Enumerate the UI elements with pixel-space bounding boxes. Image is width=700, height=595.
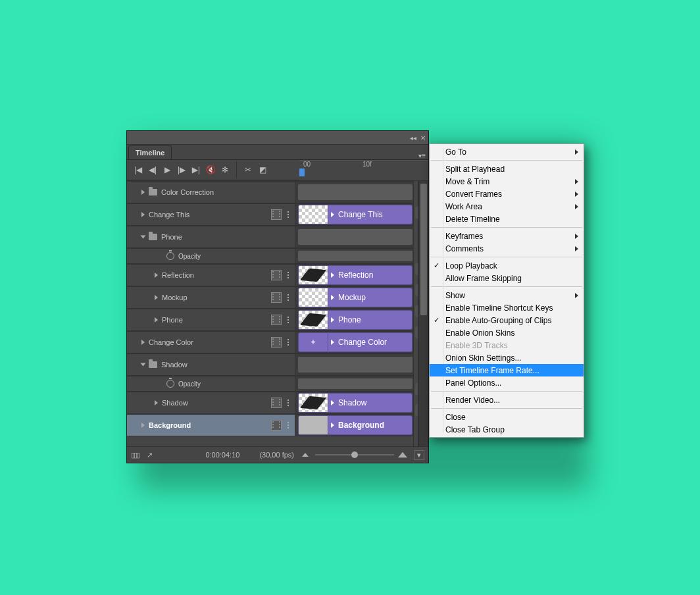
clip-sh[interactable]: Shadow (298, 393, 413, 413)
track-options-icon[interactable] (283, 294, 293, 301)
menu-item-keyframes[interactable]: Keyframes (430, 230, 584, 242)
stopwatch-icon[interactable] (166, 380, 174, 388)
scissors-icon[interactable]: ✂ (241, 163, 255, 177)
prev-frame-icon[interactable]: ◀| (145, 163, 160, 177)
track-lane-sh[interactable]: Shadow (295, 392, 428, 414)
disclosure-icon[interactable] (141, 340, 145, 345)
zoom-slider[interactable] (315, 452, 394, 458)
playhead[interactable] (299, 161, 305, 178)
track-lane-sh_op[interactable] (295, 376, 428, 392)
disclosure-icon[interactable] (155, 317, 158, 323)
clip-bg[interactable]: Background (298, 415, 413, 435)
clip-phone2[interactable]: Phone (298, 310, 413, 330)
menu-item-enable-timeline-shortcut-keys[interactable]: Enable Timeline Shortcut Keys (430, 301, 584, 314)
menu-item-allow-frame-skipping[interactable]: Allow Frame Skipping (430, 272, 584, 284)
menu-item-work-area[interactable]: Work Area (430, 200, 584, 213)
clip-disclosure-icon[interactable] (331, 317, 334, 323)
filmstrip-icon[interactable] (271, 315, 282, 325)
layer-row-cc2[interactable]: Change Color (127, 331, 295, 353)
menu-item-onion-skin-settings[interactable]: Onion Skin Settings... (430, 351, 584, 364)
filmstrip-icon[interactable] (271, 398, 282, 408)
layer-row-bg[interactable]: Background (127, 414, 295, 436)
fps-label[interactable]: (30,00 fps) (259, 451, 294, 459)
track-bar[interactable] (298, 357, 413, 373)
disclosure-icon[interactable] (141, 212, 145, 217)
track-lane-cc[interactable] (295, 181, 428, 203)
time-ruler[interactable]: 00 10f (299, 160, 428, 178)
layer-row-sh[interactable]: Shadow (127, 392, 295, 414)
track-lane-ct[interactable]: Change This (295, 203, 428, 226)
clip-refl[interactable]: Reflection (298, 265, 413, 285)
settings-icon[interactable]: ✻ (218, 163, 232, 177)
menu-item-go-to[interactable]: Go To (430, 145, 584, 158)
track-bar[interactable] (298, 251, 413, 261)
tab-timeline[interactable]: Timeline (128, 145, 172, 159)
track-lane-bg[interactable]: Background (295, 414, 428, 436)
filmstrip-icon[interactable] (271, 209, 282, 220)
close-icon[interactable]: ✕ (420, 134, 426, 142)
layer-row-mock[interactable]: Mockup (127, 286, 295, 309)
frames-icon[interactable]: ▯▯▯ (131, 451, 139, 459)
disclosure-icon[interactable] (155, 272, 158, 278)
filmstrip-icon[interactable] (271, 337, 282, 348)
layer-row-sh_op[interactable]: Opacity (127, 376, 295, 392)
layer-row-shg[interactable]: Shadow (127, 353, 295, 376)
disclosure-icon[interactable] (155, 400, 158, 405)
filmstrip-icon[interactable] (271, 292, 282, 303)
track-options-icon[interactable] (283, 211, 293, 218)
collapse-icon[interactable]: ◂◂ (410, 134, 416, 142)
filmstrip-icon[interactable] (271, 420, 282, 430)
menu-item-close[interactable]: Close (430, 411, 584, 423)
menu-item-move-trim[interactable]: Move & Trim (430, 175, 584, 188)
clip-disclosure-icon[interactable] (331, 423, 334, 428)
layer-row-refl[interactable]: Reflection (127, 264, 295, 286)
track-options-icon[interactable] (283, 272, 293, 278)
track-options-icon[interactable] (283, 317, 293, 323)
vertical-scrollbar[interactable] (418, 181, 428, 446)
disclosure-icon[interactable] (141, 423, 145, 428)
menu-item-show[interactable]: Show (430, 289, 584, 301)
clip-disclosure-icon[interactable] (331, 340, 334, 345)
track-options-icon[interactable] (283, 400, 293, 406)
mountain-small-icon[interactable] (302, 453, 309, 457)
track-lane-shg[interactable] (295, 353, 428, 376)
track-lane-ph_op[interactable] (295, 248, 428, 264)
stopwatch-icon[interactable] (166, 252, 174, 260)
menu-item-panel-options[interactable]: Panel Options... (430, 376, 584, 389)
transition-icon[interactable]: ◩ (255, 163, 270, 177)
menu-item-delete-timeline[interactable]: Delete Timeline (430, 213, 584, 225)
menu-item-set-timeline-frame-rate[interactable]: Set Timeline Frame Rate... (430, 364, 584, 376)
goto-start-icon[interactable]: |◀ (131, 163, 145, 177)
menu-item-comments[interactable]: Comments (430, 242, 584, 255)
menu-item-convert-frames[interactable]: Convert Frames (430, 188, 584, 200)
menu-item-enable-auto-grouping-of-clips[interactable]: ✓Enable Auto-Grouping of Clips (430, 314, 584, 326)
next-frame-icon[interactable]: |▶ (174, 163, 189, 177)
menu-item-loop-playback[interactable]: ✓Loop Playback (430, 259, 584, 272)
layer-row-ph_op[interactable]: Opacity (127, 248, 295, 264)
disclosure-icon[interactable] (141, 236, 146, 239)
mountain-large-icon[interactable] (398, 452, 407, 457)
disclosure-icon[interactable] (141, 190, 145, 195)
menu-item-render-video[interactable]: Render Video... (430, 394, 584, 406)
clip-mock[interactable]: Mockup (298, 288, 413, 307)
layer-row-ct[interactable]: Change This (127, 203, 295, 226)
layer-row-cc[interactable]: Color Correction (127, 181, 295, 203)
track-lane-mock[interactable]: Mockup (295, 286, 428, 309)
track-lane-cc2[interactable]: ✦Change Color (295, 331, 428, 353)
filmstrip-icon[interactable] (271, 270, 282, 280)
track-lane-phone2[interactable]: Phone (295, 309, 428, 331)
menu-item-close-tab-group[interactable]: Close Tab Group (430, 423, 584, 436)
menu-item-enable-onion-skins[interactable]: Enable Onion Skins (430, 326, 584, 339)
goto-end-icon[interactable]: |◀ (189, 163, 203, 177)
layer-row-ph[interactable]: Phone (127, 226, 295, 248)
clip-disclosure-icon[interactable] (331, 212, 334, 217)
track-bar[interactable] (298, 229, 413, 245)
track-bar[interactable] (298, 378, 413, 389)
disclosure-icon[interactable] (155, 295, 158, 300)
track-lane-refl[interactable]: Reflection (295, 264, 428, 286)
clip-ct[interactable]: Change This (298, 205, 413, 224)
layer-row-phone2[interactable]: Phone (127, 309, 295, 331)
track-lane-ph[interactable] (295, 226, 428, 248)
track-bar[interactable] (298, 184, 413, 200)
clip-disclosure-icon[interactable] (331, 295, 334, 300)
